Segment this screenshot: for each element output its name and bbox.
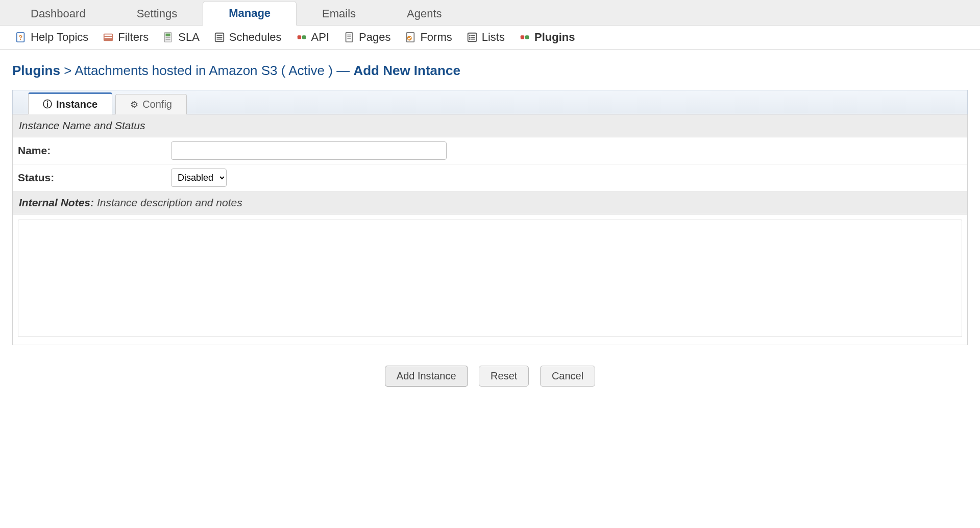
subnav-label: Filters <box>118 31 149 44</box>
tab-settings[interactable]: Settings <box>111 2 203 26</box>
name-input[interactable] <box>171 141 447 160</box>
tab-emails[interactable]: Emails <box>297 2 381 26</box>
gear-icon: ⚙ <box>130 99 138 110</box>
help-topics-icon: ? <box>15 32 27 43</box>
svg-rect-13 <box>297 35 301 39</box>
svg-point-26 <box>469 38 471 40</box>
subnav-label: Lists <box>482 31 505 44</box>
subnav-forms[interactable]: Forms <box>405 31 452 44</box>
subnav-pages[interactable]: Pages <box>344 31 390 44</box>
subnav-label: SLA <box>178 31 200 44</box>
subnav-label: Forms <box>420 31 452 44</box>
breadcrumb: Plugins > Attachments hosted in Amazon S… <box>12 63 968 79</box>
cancel-button[interactable]: Cancel <box>540 366 595 387</box>
notes-header-strong: Internal Notes: <box>19 197 94 208</box>
breadcrumb-root[interactable]: Plugins <box>12 63 60 78</box>
subnav-label: Plugins <box>534 31 575 44</box>
subnav-filters[interactable]: Filters <box>103 31 149 44</box>
breadcrumb-plugin-link[interactable]: Attachments hosted in Amazon S3 ( Active… <box>75 63 333 78</box>
svg-rect-3 <box>105 35 112 36</box>
svg-rect-4 <box>105 37 112 38</box>
filters-icon <box>103 32 114 43</box>
pages-icon <box>344 32 355 43</box>
subnav-label: Help Topics <box>31 31 88 44</box>
subnav-label: API <box>311 31 329 44</box>
notes-wrap <box>13 214 967 345</box>
action-bar: Add Instance Reset Cancel <box>12 345 968 402</box>
inner-tab-label: Instance <box>56 99 97 110</box>
svg-point-24 <box>469 37 471 38</box>
reset-button[interactable]: Reset <box>479 366 529 387</box>
subnav-help-topics[interactable]: ? Help Topics <box>15 31 88 44</box>
subnav-label: Schedules <box>229 31 282 44</box>
breadcrumb-dash: — <box>336 63 350 78</box>
svg-rect-14 <box>302 35 305 39</box>
sla-icon <box>163 32 174 43</box>
status-select[interactable]: Disabled <box>171 169 227 187</box>
svg-rect-8 <box>166 39 170 40</box>
svg-rect-28 <box>521 35 524 39</box>
lists-icon <box>467 32 478 43</box>
subnav-lists[interactable]: Lists <box>467 31 505 44</box>
schedules-icon <box>214 32 225 43</box>
api-icon <box>296 32 307 43</box>
svg-rect-7 <box>166 37 170 38</box>
svg-text:?: ? <box>18 34 22 41</box>
instance-panel: Instance Name and Status Name: Status: D… <box>12 114 968 345</box>
forms-icon <box>405 32 416 43</box>
inner-tab-bar: ⓘ Instance ⚙ Config <box>12 90 968 114</box>
breadcrumb-tail: Add New Intance <box>353 63 460 78</box>
svg-point-22 <box>469 35 471 36</box>
content-area: Plugins > Attachments hosted in Amazon S… <box>0 50 980 412</box>
subnav-label: Pages <box>359 31 390 44</box>
add-instance-button[interactable]: Add Instance <box>385 366 468 387</box>
main-tab-bar: Dashboard Settings Manage Emails Agents <box>0 0 980 26</box>
svg-rect-29 <box>525 35 529 39</box>
breadcrumb-sep: > <box>64 63 71 78</box>
row-name: Name: <box>13 137 967 164</box>
status-label: Status: <box>18 172 171 184</box>
tab-config[interactable]: ⚙ Config <box>115 94 187 114</box>
row-status: Status: Disabled <box>13 164 967 191</box>
tab-instance[interactable]: ⓘ Instance <box>28 92 112 114</box>
notes-header-light: Instance description and notes <box>97 197 242 208</box>
subnav-api[interactable]: API <box>296 31 329 44</box>
inner-tab-label: Config <box>142 99 172 110</box>
subnav-plugins[interactable]: Plugins <box>519 31 575 44</box>
tab-agents[interactable]: Agents <box>381 2 468 26</box>
tab-dashboard[interactable]: Dashboard <box>5 2 111 26</box>
sub-nav-bar: ? Help Topics Filters SLA Schedules API … <box>0 26 980 50</box>
svg-rect-6 <box>166 34 170 37</box>
tab-manage[interactable]: Manage <box>203 1 297 26</box>
section-header-notes: Internal Notes: Instance description and… <box>13 191 967 214</box>
plugins-icon <box>519 32 530 43</box>
section-header-name-status: Instance Name and Status <box>13 114 967 137</box>
info-icon: ⓘ <box>43 98 52 110</box>
name-label: Name: <box>18 145 171 157</box>
notes-textarea[interactable] <box>18 220 962 337</box>
subnav-sla[interactable]: SLA <box>163 31 200 44</box>
subnav-schedules[interactable]: Schedules <box>214 31 282 44</box>
